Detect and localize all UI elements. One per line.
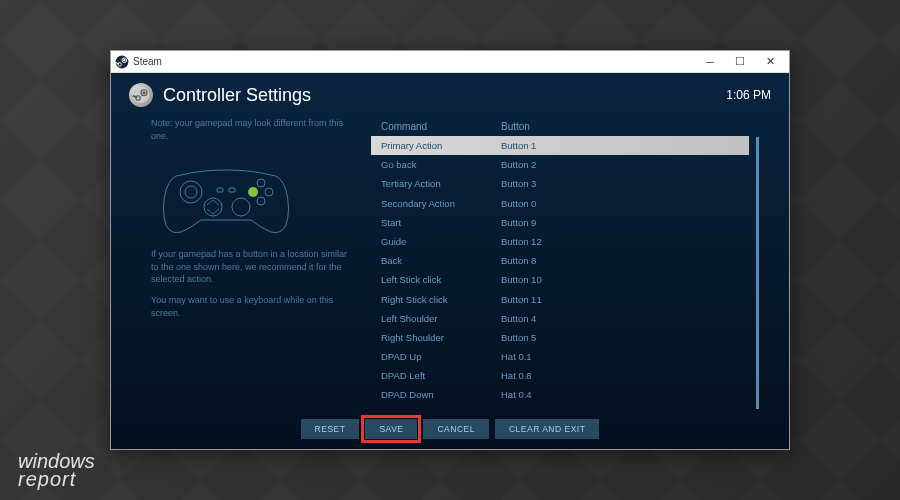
- cell-button: Button 2: [501, 157, 739, 172]
- table-row[interactable]: Tertiary ActionButton 3: [371, 174, 749, 193]
- table-row[interactable]: GuideButton 12: [371, 232, 749, 251]
- cell-command: Primary Action: [381, 138, 501, 153]
- cell-button: Hat 0.1: [501, 349, 739, 364]
- cell-command: Tertiary Action: [381, 176, 501, 191]
- footer-buttons: RESET SAVE CANCEL CLEAR AND EXIT: [111, 409, 789, 449]
- scrollbar[interactable]: [756, 137, 759, 409]
- cell-command: DPAD Up: [381, 349, 501, 364]
- window-controls: ─ ☐ ✕: [695, 52, 785, 72]
- table-row[interactable]: Primary ActionButton 1: [371, 136, 749, 155]
- steam-logo-icon: [129, 83, 153, 107]
- svg-point-8: [180, 181, 202, 203]
- svg-rect-17: [229, 188, 235, 192]
- table-header: Command Button: [371, 117, 749, 136]
- cell-command: Secondary Action: [381, 196, 501, 211]
- steam-titlebar-icon: [115, 55, 129, 69]
- watermark: windows report: [18, 452, 95, 488]
- header-button: Button: [501, 121, 739, 132]
- svg-point-4: [133, 87, 150, 104]
- table-row[interactable]: Right ShoulderButton 5: [371, 328, 749, 347]
- svg-point-11: [232, 198, 250, 216]
- svg-point-9: [185, 186, 197, 198]
- svg-point-2: [123, 59, 125, 61]
- cell-button: Button 4: [501, 311, 739, 326]
- window-titlebar[interactable]: Steam ─ ☐ ✕: [111, 51, 789, 73]
- table-row[interactable]: DPAD UpHat 0.1: [371, 347, 749, 366]
- save-button[interactable]: SAVE: [365, 419, 417, 439]
- cell-command: DPAD Left: [381, 368, 501, 383]
- cell-command: Back: [381, 253, 501, 268]
- bindings-table: Command Button Primary ActionButton 1Go …: [371, 117, 749, 409]
- main-content: Note: your gamepad may look different fr…: [111, 117, 789, 409]
- svg-point-13: [265, 188, 273, 196]
- clock: 1:06 PM: [726, 88, 771, 102]
- table-row[interactable]: DPAD RightHat 0.2: [371, 405, 749, 409]
- header-command: Command: [381, 121, 501, 132]
- table-row[interactable]: Left Stick clickButton 10: [371, 270, 749, 289]
- reset-button[interactable]: RESET: [301, 419, 360, 439]
- cell-command: Left Shoulder: [381, 311, 501, 326]
- cell-command: Right Shoulder: [381, 330, 501, 345]
- cell-command: DPAD Down: [381, 387, 501, 402]
- app-content: Controller Settings 1:06 PM Note: your g…: [111, 73, 789, 449]
- svg-point-10: [204, 198, 222, 216]
- cell-button: Button 5: [501, 330, 739, 345]
- cell-command: Go back: [381, 157, 501, 172]
- svg-rect-16: [217, 188, 223, 192]
- close-button[interactable]: ✕: [755, 52, 785, 72]
- table-row[interactable]: Left ShoulderButton 4: [371, 309, 749, 328]
- cell-command: Right Stick click: [381, 292, 501, 307]
- table-row[interactable]: DPAD DownHat 0.4: [371, 385, 749, 404]
- cell-button: Button 9: [501, 215, 739, 230]
- cell-button: Button 3: [501, 176, 739, 191]
- table-row[interactable]: BackButton 8: [371, 251, 749, 270]
- svg-point-15: [257, 197, 265, 205]
- svg-point-14: [248, 187, 258, 197]
- cell-command: Left Stick click: [381, 272, 501, 287]
- cell-button: Button 11: [501, 292, 739, 307]
- table-row[interactable]: Secondary ActionButton 0: [371, 194, 749, 213]
- cell-button: Button 10: [501, 272, 739, 287]
- controller-diagram: [151, 150, 301, 240]
- svg-point-12: [257, 179, 265, 187]
- cell-command: DPAD Right: [381, 407, 501, 409]
- table-row[interactable]: Right Stick clickButton 11: [371, 290, 749, 309]
- note-text: Note: your gamepad may look different fr…: [151, 117, 351, 142]
- cell-button: Hat 0.4: [501, 387, 739, 402]
- cell-button: Hat 0.2: [501, 407, 739, 409]
- minimize-button[interactable]: ─: [695, 52, 725, 72]
- cell-button: Button 1: [501, 138, 739, 153]
- maximize-button[interactable]: ☐: [725, 52, 755, 72]
- table-body: Primary ActionButton 1Go backButton 2Ter…: [371, 136, 749, 409]
- svg-point-0: [116, 55, 129, 68]
- table-row[interactable]: DPAD LeftHat 0.8: [371, 366, 749, 385]
- watermark-line2: report: [18, 470, 95, 488]
- page-title: Controller Settings: [163, 85, 716, 106]
- cell-button: Button 0: [501, 196, 739, 211]
- cancel-button[interactable]: CANCEL: [423, 419, 488, 439]
- cell-command: Guide: [381, 234, 501, 249]
- clear-and-exit-button[interactable]: CLEAR AND EXIT: [495, 419, 599, 439]
- steam-window: Steam ─ ☐ ✕ Controller Settings 1:06 PM: [110, 50, 790, 450]
- table-row[interactable]: StartButton 9: [371, 213, 749, 232]
- cell-button: Hat 0.8: [501, 368, 739, 383]
- window-title: Steam: [133, 56, 695, 67]
- help-text-1: If your gamepad has a button in a locati…: [151, 248, 351, 286]
- cell-button: Button 8: [501, 253, 739, 268]
- app-header: Controller Settings 1:06 PM: [111, 73, 789, 117]
- help-text-2: You may want to use a keyboard while on …: [151, 294, 351, 319]
- cell-command: Start: [381, 215, 501, 230]
- left-panel: Note: your gamepad may look different fr…: [151, 117, 351, 409]
- svg-point-6: [143, 91, 146, 94]
- cell-button: Button 12: [501, 234, 739, 249]
- table-row[interactable]: Go backButton 2: [371, 155, 749, 174]
